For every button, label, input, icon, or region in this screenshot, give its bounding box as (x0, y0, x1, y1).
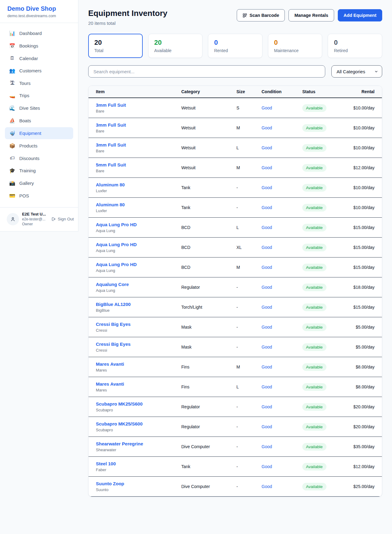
sidebar-item-dashboard[interactable]: 📊 Dashboard (5, 27, 73, 39)
condition-link[interactable]: Good (262, 484, 272, 489)
item-link[interactable]: Shearwater Peregrine (96, 441, 143, 446)
condition-link[interactable]: Good (262, 285, 272, 290)
equipment-table: Item Category Size Condition Status Rent… (89, 86, 382, 497)
condition-link[interactable]: Good (262, 245, 272, 250)
condition-link[interactable]: Good (262, 444, 272, 449)
sidebar-item-pos[interactable]: 💳 POS (5, 190, 73, 202)
item-link[interactable]: Aqua Lung Pro HD (96, 262, 137, 267)
condition-link[interactable]: Good (262, 464, 272, 469)
nav-item-icon: 📸 (9, 180, 15, 186)
stat-card-retired[interactable]: 0 Retired (328, 34, 382, 58)
item-link[interactable]: Scubapro MK25/S600 (96, 421, 143, 426)
search-input[interactable] (88, 65, 325, 78)
item-link[interactable]: 3mm Full Suit (96, 142, 126, 147)
condition-link[interactable]: Good (262, 305, 272, 310)
filter-bar: All Categories (88, 65, 382, 78)
status-badge: Available (302, 184, 326, 192)
item-size: - (234, 277, 259, 297)
status-badge: Available (302, 164, 326, 172)
condition-link[interactable]: Good (262, 424, 272, 429)
stat-card-maintenance[interactable]: 0 Maintenance (268, 34, 322, 58)
user-role: Owner (22, 222, 48, 226)
condition-link[interactable]: Good (262, 205, 272, 210)
sign-out-button[interactable]: Sign Out (51, 217, 74, 221)
nav-item-label: POS (19, 193, 29, 198)
status-badge: Available (302, 483, 326, 490)
sidebar-item-customers[interactable]: 👥 Customers (5, 65, 73, 77)
item-link[interactable]: Cressi Big Eyes (96, 341, 130, 347)
item-brand: Scubapro (96, 408, 176, 412)
column-header-item: Item (89, 86, 179, 98)
condition-link[interactable]: Good (262, 185, 272, 190)
brand-block: Demo Dive Shop demo.test.divestreams.com (0, 0, 78, 23)
item-link[interactable]: Aluminum 80 (96, 182, 125, 187)
condition-link[interactable]: Good (262, 145, 272, 150)
item-link[interactable]: Steel 100 (96, 461, 116, 466)
nav-item-label: Discounts (19, 156, 40, 161)
condition-link[interactable]: Good (262, 364, 272, 369)
sidebar-item-dive-sites[interactable]: 🌊 Dive Sites (5, 102, 73, 114)
condition-link[interactable]: Good (262, 225, 272, 230)
sidebar-item-training[interactable]: 🎓 Training (5, 165, 73, 177)
item-link[interactable]: Mares Avanti (96, 381, 124, 387)
item-link[interactable]: 5mm Full Suit (96, 162, 126, 167)
sidebar-item-gallery[interactable]: 📸 Gallery (5, 177, 73, 189)
stat-card-total[interactable]: 20 Total (88, 34, 143, 58)
condition-link[interactable]: Good (262, 345, 272, 349)
rental-rate: $15.00/day (346, 257, 382, 277)
manage-rentals-button[interactable]: Manage Rentals (288, 9, 334, 21)
table-row: Aqua Lung Pro HD Aqua Lung BCD XL Good A… (89, 238, 382, 257)
item-link[interactable]: Aqualung Core (96, 282, 129, 287)
item-link[interactable]: BigBlue AL1200 (96, 302, 131, 307)
sidebar-item-products[interactable]: 📦 Products (5, 140, 73, 152)
rental-rate: $12.00/day (346, 457, 382, 477)
item-link[interactable]: 3mm Full Suit (96, 102, 126, 108)
item-link[interactable]: Aqua Lung Pro HD (96, 242, 137, 247)
condition-link[interactable]: Good (262, 265, 272, 270)
item-link[interactable]: Mares Avanti (96, 361, 124, 367)
rental-rate: $10.00/day (346, 138, 382, 158)
sidebar-item-trips[interactable]: 🚤 Trips (5, 90, 73, 101)
nav-item-label: Training (19, 168, 36, 173)
status-badge: Available (302, 383, 326, 391)
item-size: L (234, 377, 259, 397)
table-row: Scubapro MK25/S600 Scubapro Regulator - … (89, 397, 382, 417)
sidebar-nav: 📊 Dashboard 📅 Bookings 🗓 Calendar 👥 Cust… (0, 23, 78, 205)
sidebar-item-boats[interactable]: ⛵ Boats (5, 115, 73, 127)
stat-label: Total (94, 48, 137, 53)
sidebar-item-bookings[interactable]: 📅 Bookings (5, 40, 73, 52)
brand-title[interactable]: Demo Dive Shop (7, 5, 71, 12)
item-brand: Cressi (96, 328, 176, 333)
condition-link[interactable]: Good (262, 125, 272, 130)
condition-link[interactable]: Good (262, 404, 272, 409)
item-link[interactable]: Scubapro MK25/S600 (96, 401, 143, 406)
item-link[interactable]: Cressi Big Eyes (96, 322, 130, 327)
sidebar-item-calendar[interactable]: 🗓 Calendar (5, 52, 73, 64)
rental-rate: $35.00/day (346, 437, 382, 457)
stat-card-available[interactable]: 20 Available (148, 34, 203, 58)
category-select[interactable]: All Categories (331, 65, 382, 78)
sidebar-item-equipment[interactable]: 🤿 Equipment (5, 127, 73, 139)
nav-item-label: Products (19, 143, 37, 148)
item-brand: Aqua Lung (96, 268, 176, 273)
condition-link[interactable]: Good (262, 165, 272, 170)
rental-rate: $20.00/day (346, 417, 382, 437)
item-link[interactable]: Suunto Zoop (96, 481, 124, 486)
item-link[interactable]: 3mm Full Suit (96, 122, 126, 128)
stat-value: 20 (94, 39, 137, 47)
item-link[interactable]: Aqua Lung Pro HD (96, 222, 137, 227)
condition-link[interactable]: Good (262, 384, 272, 389)
stat-card-rented[interactable]: 0 Rented (208, 34, 262, 58)
item-brand: Luxfer (96, 189, 176, 193)
add-equipment-button[interactable]: Add Equipment (338, 9, 382, 21)
rental-rate: $15.00/day (346, 218, 382, 238)
scan-barcode-button[interactable]: Scan Barcode (237, 9, 285, 21)
user-info: E2E Test U... e2e-tester@... Owner (22, 212, 48, 226)
item-link[interactable]: Aluminum 80 (96, 202, 125, 207)
sidebar-item-discounts[interactable]: 🏷 Discounts (5, 152, 73, 164)
sidebar-item-tours[interactable]: 🏝 Tours (5, 77, 73, 89)
items-total: 20 items total (88, 21, 168, 26)
condition-link[interactable]: Good (262, 325, 272, 330)
nav-item-label: Boats (19, 118, 31, 123)
condition-link[interactable]: Good (262, 105, 272, 110)
